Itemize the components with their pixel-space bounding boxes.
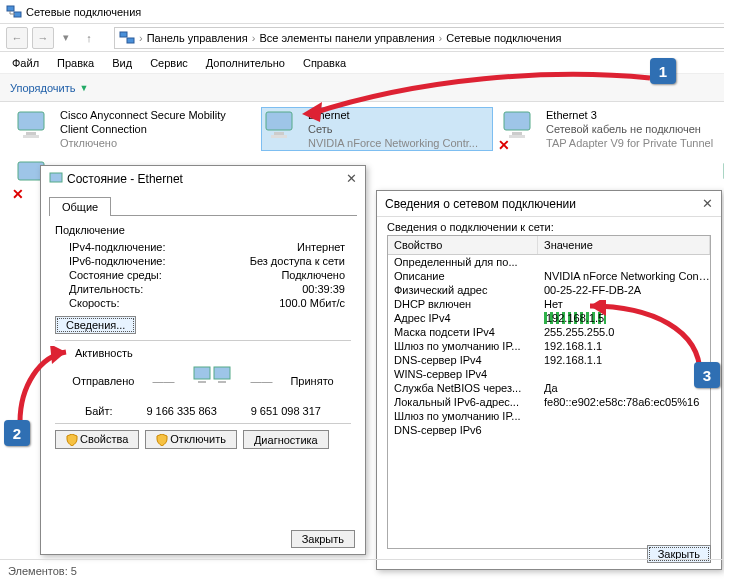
- chevron-right-icon: ›: [439, 32, 443, 44]
- details-subtitle: Сведения о подключении к сети:: [377, 217, 721, 235]
- properties-button[interactable]: Свойства: [55, 430, 139, 449]
- history-dropdown[interactable]: ▾: [58, 27, 74, 49]
- menu-help[interactable]: Справка: [303, 57, 346, 69]
- status-dialog: Состояние - Ethernet ✕ Общие Подключение…: [40, 165, 366, 555]
- details-property: Физический адрес: [388, 284, 538, 296]
- svg-rect-9: [271, 135, 287, 138]
- value-bytes-recv: 9 651 098 317: [251, 405, 321, 417]
- details-dialog: Сведения о сетевом подключении ✕ Сведени…: [376, 190, 722, 570]
- group-connection: Подключение: [55, 224, 351, 236]
- crumb-control-panel[interactable]: Панель управления: [147, 32, 248, 44]
- value-bytes-sent: 9 166 335 863: [146, 405, 216, 417]
- back-button[interactable]: ←: [6, 27, 28, 49]
- disable-button[interactable]: Отключить: [145, 430, 237, 449]
- details-property: DHCP включен: [388, 298, 538, 310]
- col-value[interactable]: Значение: [538, 236, 710, 254]
- details-button[interactable]: Сведения...: [55, 316, 136, 334]
- details-property: Адрес IPv4: [388, 312, 538, 324]
- forward-button[interactable]: →: [32, 27, 54, 49]
- value-media: Подключено: [195, 269, 351, 281]
- details-row[interactable]: Локальный IPv6-адрес...fe80::e902:e58c:7…: [388, 395, 710, 409]
- col-property[interactable]: Свойство: [388, 236, 538, 254]
- dialog-titlebar: Сведения о сетевом подключении ✕: [377, 191, 721, 217]
- chevron-right-icon: ›: [139, 32, 143, 44]
- svg-rect-4: [18, 112, 44, 130]
- value-speed: 100.0 Мбит/с: [195, 297, 351, 309]
- adapter-icon: [49, 172, 63, 186]
- torn-edge: [724, 0, 740, 581]
- close-button[interactable]: ✕: [697, 194, 717, 212]
- menu-service[interactable]: Сервис: [150, 57, 188, 69]
- label-ipv6: IPv6-подключение:: [55, 255, 195, 267]
- details-row[interactable]: Служба NetBIOS через...Да: [388, 381, 710, 395]
- crumb-network-connections[interactable]: Сетевые подключения: [446, 32, 561, 44]
- details-row[interactable]: Физический адрес00-25-22-FF-DB-2A: [388, 283, 710, 297]
- details-value: [538, 256, 710, 268]
- details-property: Шлюз по умолчанию IP...: [388, 410, 538, 422]
- details-value: 00-25-22-FF-DB-2A: [538, 284, 710, 296]
- details-property: Определенный для по...: [388, 256, 538, 268]
- value-ipv4: Интернет: [195, 241, 351, 253]
- details-property: Локальный IPv6-адрес...: [388, 396, 538, 408]
- svg-rect-6: [23, 135, 39, 138]
- chevron-down-icon: ▼: [79, 83, 88, 93]
- organize-label: Упорядочить: [10, 82, 75, 94]
- adapter-sub1: Сеть: [308, 122, 492, 136]
- details-row[interactable]: DHCP включенНет: [388, 297, 710, 311]
- svg-rect-19: [218, 381, 226, 383]
- adapter-name: Ethernet 3: [546, 108, 720, 122]
- chevron-right-icon: ›: [252, 32, 256, 44]
- details-row[interactable]: WINS-сервер IPv4: [388, 367, 710, 381]
- menu-file[interactable]: Файл: [12, 57, 39, 69]
- label-speed: Скорость:: [55, 297, 195, 309]
- menubar: Файл Правка Вид Сервис Дополнительно Спр…: [0, 52, 740, 74]
- address-bar: ← → ▾ ↑ › Панель управления › Все элемен…: [0, 24, 740, 52]
- details-value: [538, 368, 710, 380]
- details-row[interactable]: Шлюз по умолчанию IP...: [388, 409, 710, 423]
- details-row[interactable]: DNS-сервер IPv4192.168.1.1: [388, 353, 710, 367]
- details-value: fe80::e902:e58c:78a6:ec05%16: [538, 396, 710, 408]
- details-property: Маска подсети IPv4: [388, 326, 538, 338]
- svg-rect-16: [194, 367, 210, 379]
- badge-2: 2: [4, 420, 30, 446]
- tab-general[interactable]: Общие: [49, 197, 111, 216]
- details-value: 192.168.1.5: [538, 312, 710, 324]
- up-button[interactable]: ↑: [78, 27, 100, 49]
- badge-3: 3: [694, 362, 720, 388]
- window-title: Сетевые подключения: [26, 6, 141, 18]
- close-button[interactable]: Закрыть: [291, 530, 355, 548]
- adapter-cisco[interactable]: Cisco Anyconnect Secure Mobility Client …: [14, 108, 244, 150]
- details-value: Да: [538, 382, 710, 394]
- details-property: DNS-сервер IPv6: [388, 424, 538, 436]
- svg-rect-12: [509, 135, 525, 138]
- svg-rect-10: [504, 112, 530, 130]
- details-row[interactable]: DNS-сервер IPv6: [388, 423, 710, 437]
- menu-view[interactable]: Вид: [112, 57, 132, 69]
- adapter-name: Ethernet: [308, 108, 492, 122]
- details-row[interactable]: Определенный для по...: [388, 255, 710, 269]
- svg-rect-7: [266, 112, 292, 130]
- adapter-ethernet3[interactable]: ✕ Ethernet 3 Сетевой кабель не подключен…: [500, 108, 720, 150]
- organize-button[interactable]: Упорядочить ▼: [10, 82, 88, 94]
- menu-extra[interactable]: Дополнительно: [206, 57, 285, 69]
- menu-edit[interactable]: Правка: [57, 57, 94, 69]
- value-ipv6: Без доступа к сети: [195, 255, 351, 267]
- details-value: [538, 410, 710, 422]
- svg-rect-18: [198, 381, 206, 383]
- network-icon: [6, 4, 22, 20]
- details-value: 192.168.1.1: [538, 340, 710, 352]
- adapter-icon: [14, 108, 54, 144]
- adapter-sub2: NVIDIA nForce Networking Contr...: [308, 136, 492, 150]
- breadcrumb[interactable]: › Панель управления › Все элементы панел…: [114, 27, 734, 49]
- details-row[interactable]: ОписаниеNVIDIA nForce Networking Control…: [388, 269, 710, 283]
- diagnostics-button[interactable]: Диагностика: [243, 430, 329, 449]
- details-row[interactable]: Адрес IPv4192.168.1.5: [388, 311, 710, 325]
- close-button[interactable]: ✕: [341, 169, 361, 187]
- adapter-ethernet[interactable]: Ethernet Сеть NVIDIA nForce Networking C…: [262, 108, 492, 150]
- activity-icon: [192, 365, 232, 397]
- crumb-all-items[interactable]: Все элементы панели управления: [259, 32, 434, 44]
- details-row[interactable]: Шлюз по умолчанию IP...192.168.1.1: [388, 339, 710, 353]
- shield-icon: [156, 434, 168, 446]
- details-row[interactable]: Маска подсети IPv4255.255.255.0: [388, 325, 710, 339]
- titlebar: Сетевые подключения: [0, 0, 740, 24]
